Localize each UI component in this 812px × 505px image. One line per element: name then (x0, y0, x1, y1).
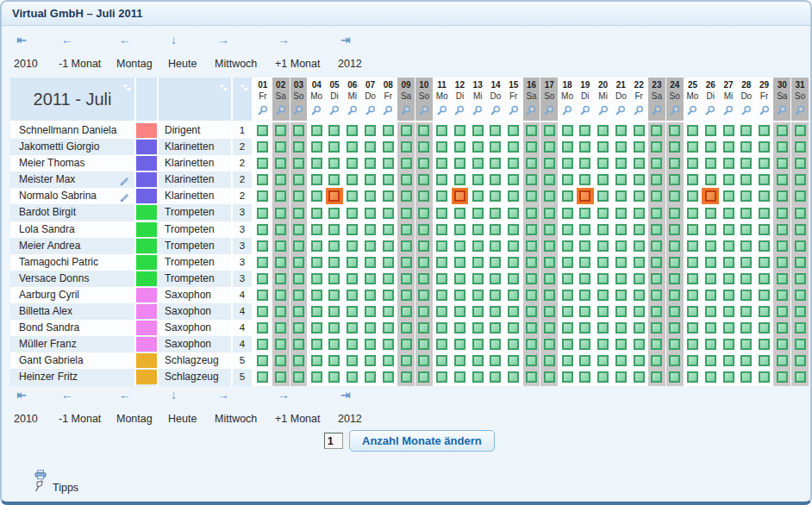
schedule-cell[interactable] (487, 320, 504, 336)
schedule-cell[interactable] (254, 303, 272, 320)
schedule-cell[interactable] (434, 139, 451, 155)
schedule-cell[interactable] (415, 155, 433, 171)
schedule-cell[interactable] (791, 171, 809, 188)
schedule-cell[interactable] (648, 204, 665, 221)
zoom-day-icon[interactable] (526, 103, 536, 119)
schedule-cell[interactable] (434, 155, 451, 171)
schedule-cell[interactable] (254, 139, 272, 155)
schedule-cell[interactable] (523, 139, 540, 155)
schedule-cell[interactable] (397, 188, 415, 204)
schedule-cell[interactable] (559, 254, 576, 271)
schedule-cell[interactable] (738, 155, 755, 171)
schedule-cell[interactable] (272, 221, 290, 238)
schedule-cell[interactable] (684, 171, 702, 188)
schedule-cell[interactable] (505, 204, 522, 221)
schedule-cell[interactable] (272, 238, 290, 254)
schedule-cell[interactable] (434, 254, 451, 271)
person-name[interactable]: Versace Donns (10, 271, 134, 287)
schedule-cell[interactable] (344, 122, 361, 139)
schedule-cell[interactable] (254, 254, 272, 271)
schedule-cell[interactable] (452, 122, 469, 139)
schedule-cell[interactable] (308, 303, 325, 320)
schedule-cell[interactable] (362, 320, 379, 336)
schedule-cell[interactable] (523, 171, 540, 188)
schedule-cell[interactable] (666, 171, 684, 188)
schedule-cell[interactable] (630, 369, 647, 385)
schedule-cell[interactable] (452, 336, 469, 352)
schedule-cell[interactable] (469, 122, 486, 139)
schedule-cell[interactable] (773, 238, 790, 254)
schedule-cell[interactable] (540, 238, 558, 254)
zoom-day-icon[interactable] (258, 103, 268, 119)
schedule-cell[interactable] (702, 271, 719, 287)
schedule-cell[interactable] (272, 369, 290, 385)
schedule-cell[interactable] (540, 221, 558, 238)
schedule-cell[interactable] (756, 254, 773, 271)
schedule-cell[interactable] (290, 188, 308, 204)
schedule-cell[interactable] (344, 303, 361, 320)
schedule-cell[interactable] (648, 188, 665, 204)
schedule-cell[interactable] (684, 122, 702, 139)
schedule-cell[interactable] (505, 171, 522, 188)
schedule-cell[interactable] (738, 369, 755, 385)
schedule-cell[interactable] (648, 271, 665, 287)
schedule-cell[interactable] (577, 171, 594, 188)
schedule-cell[interactable] (434, 188, 451, 204)
schedule-cell[interactable] (326, 287, 343, 303)
schedule-cell[interactable] (397, 287, 415, 303)
schedule-cell[interactable] (666, 369, 684, 385)
schedule-cell[interactable] (684, 221, 702, 238)
schedule-cell[interactable] (272, 254, 290, 271)
nav-monday[interactable]: ←Montag (116, 388, 153, 425)
schedule-cell[interactable] (397, 271, 415, 287)
schedule-cell[interactable] (720, 336, 737, 352)
schedule-cell[interactable] (540, 287, 558, 303)
schedule-cell[interactable] (487, 122, 504, 139)
schedule-cell[interactable] (702, 303, 719, 320)
schedule-cell[interactable] (791, 254, 809, 271)
schedule-cell[interactable] (648, 320, 665, 336)
schedule-cell[interactable] (738, 287, 755, 303)
schedule-cell[interactable] (290, 336, 308, 352)
schedule-cell[interactable] (487, 336, 504, 352)
schedule-cell[interactable] (559, 352, 576, 369)
zoom-day-icon[interactable] (705, 103, 715, 119)
schedule-cell[interactable] (559, 204, 576, 221)
schedule-cell[interactable] (577, 221, 594, 238)
nav-month-forward[interactable]: →+1 Monat (275, 388, 320, 425)
schedule-cell[interactable] (720, 320, 737, 336)
schedule-cell[interactable] (720, 287, 737, 303)
schedule-cell[interactable] (612, 139, 629, 155)
schedule-cell[interactable] (379, 122, 397, 139)
schedule-cell[interactable] (469, 320, 486, 336)
schedule-cell[interactable] (666, 254, 684, 271)
schedule-cell[interactable] (452, 320, 469, 336)
schedule-cell[interactable] (308, 369, 325, 385)
nav-month-forward[interactable]: →+1 Monat (275, 33, 320, 70)
schedule-cell[interactable] (773, 139, 790, 155)
schedule-cell[interactable] (648, 369, 665, 385)
schedule-cell[interactable] (379, 254, 397, 271)
schedule-cell[interactable] (773, 188, 790, 204)
schedule-cell[interactable] (702, 369, 719, 385)
schedule-cell[interactable] (702, 139, 719, 155)
schedule-cell[interactable] (469, 369, 486, 385)
schedule-cell[interactable] (738, 320, 755, 336)
schedule-cell[interactable] (362, 139, 379, 155)
schedule-cell[interactable] (684, 254, 702, 271)
schedule-cell[interactable] (720, 204, 737, 221)
schedule-cell[interactable] (326, 155, 343, 171)
schedule-cell[interactable] (630, 238, 647, 254)
zoom-day-icon[interactable] (365, 103, 376, 119)
schedule-cell[interactable] (379, 271, 397, 287)
schedule-cell[interactable] (612, 171, 629, 188)
nav-month-back[interactable]: ←-1 Monat (59, 33, 101, 70)
schedule-cell[interactable] (666, 188, 684, 204)
schedule-cell[interactable] (756, 188, 773, 204)
schedule-cell[interactable] (308, 122, 325, 139)
schedule-cell[interactable] (362, 287, 379, 303)
schedule-cell[interactable] (540, 139, 558, 155)
schedule-cell[interactable] (397, 320, 415, 336)
schedule-cell[interactable] (648, 254, 665, 271)
schedule-cell[interactable] (415, 139, 433, 155)
